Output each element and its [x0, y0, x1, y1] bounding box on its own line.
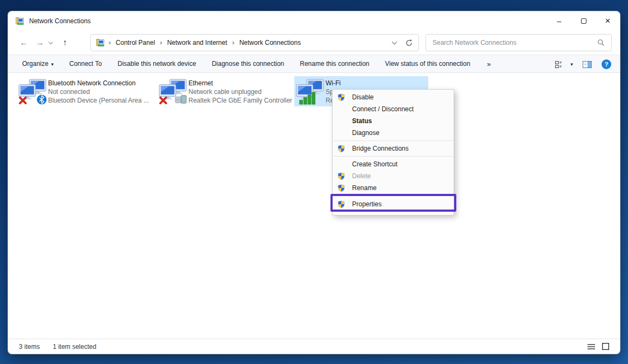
connection-name: Wi-Fi	[326, 79, 341, 87]
preview-pane-icon	[583, 61, 592, 68]
uac-shield-icon	[337, 145, 352, 152]
window-title: Network Connections	[29, 17, 91, 25]
ethernet-connection-icon	[157, 78, 188, 105]
menu-item-diagnose[interactable]: Diagnose	[333, 127, 454, 139]
connections-list-area[interactable]: Bluetooth Network Connection Not connect…	[8, 73, 620, 339]
diagnose-connection-button[interactable]: Diagnose this connection	[212, 60, 284, 68]
toolbar-overflow-button[interactable]: »	[487, 60, 491, 68]
up-icon: ↑	[63, 38, 67, 47]
connection-item-bluetooth[interactable]: Bluetooth Network Connection Not connect…	[17, 76, 154, 106]
title-bar: Network Connections – ×	[8, 11, 620, 31]
change-view-button[interactable]: ▾	[555, 61, 573, 68]
network-connections-window: Network Connections – × ← → ↑ › C	[8, 11, 620, 354]
breadcrumb-chevron-icon: ›	[229, 38, 237, 48]
connection-status: Not connected	[48, 87, 149, 96]
uac-shield-icon	[337, 172, 352, 180]
search-box[interactable]	[426, 34, 612, 51]
menu-item-label: Status	[352, 117, 372, 125]
breadcrumb-chevron-icon: ›	[106, 38, 113, 48]
breadcrumb-network-and-internet[interactable]: Network and Internet	[165, 39, 229, 46]
menu-separator	[334, 140, 453, 141]
help-icon: ?	[605, 61, 609, 68]
list-view-icon	[588, 343, 595, 350]
view-options-icon	[555, 61, 564, 68]
rename-connection-button[interactable]: Rename this connection	[300, 60, 369, 68]
context-menu: Disable Connect / Disconnect Status Diag…	[332, 89, 454, 215]
close-icon: ×	[605, 16, 611, 26]
network-connections-app-icon	[16, 17, 24, 25]
breadcrumb-chevron-icon: ›	[157, 38, 165, 48]
connection-device: Realtek PCIe GbE Family Controller	[188, 96, 292, 105]
menu-item-label: Diagnose	[352, 129, 380, 137]
address-dropdown-chevron-icon[interactable]	[392, 39, 397, 45]
minimize-icon: –	[557, 17, 562, 25]
uac-shield-icon	[337, 93, 352, 101]
close-button[interactable]: ×	[596, 11, 620, 31]
command-toolbar: Organize▾ Connect To Disable this networ…	[8, 55, 620, 73]
menu-item-label: Disable	[352, 93, 374, 101]
back-icon: ←	[19, 38, 28, 47]
disable-device-button[interactable]: Disable this network device	[118, 60, 196, 68]
menu-item-delete: Delete	[333, 170, 454, 182]
menu-item-label: Connect / Disconnect	[352, 105, 414, 113]
search-input[interactable]	[433, 39, 597, 46]
menu-item-label: Create Shortcut	[352, 160, 397, 168]
search-icon[interactable]	[597, 39, 605, 46]
menu-item-label: Delete	[352, 172, 371, 180]
back-button[interactable]: ←	[16, 38, 32, 48]
organize-button[interactable]: Organize▾	[22, 60, 53, 68]
details-view-button[interactable]	[588, 343, 595, 350]
connection-item-ethernet[interactable]: Ethernet Network cable unplugged Realtek…	[157, 76, 292, 106]
connect-to-button[interactable]: Connect To	[69, 60, 102, 68]
menu-separator	[334, 196, 453, 196]
organize-caret-icon: ▾	[51, 62, 54, 67]
connection-name: Ethernet	[188, 79, 292, 87]
maximize-icon	[581, 18, 586, 24]
menu-item-label: Properties	[352, 200, 382, 208]
navigation-bar: ← → ↑ › Control Panel › Network and Inte…	[8, 31, 620, 55]
forward-button[interactable]: →	[32, 38, 48, 48]
uac-shield-icon	[337, 200, 352, 208]
breadcrumb-network-connections[interactable]: Network Connections	[237, 39, 303, 46]
view-caret-icon: ▾	[570, 62, 573, 67]
refresh-icon[interactable]	[405, 39, 413, 47]
status-bar: 3 items 1 item selected	[8, 339, 620, 354]
menu-item-bridge-connections[interactable]: Bridge Connections	[333, 143, 454, 154]
large-icons-view-icon	[602, 343, 609, 350]
menu-item-connect-disconnect[interactable]: Connect / Disconnect	[333, 103, 454, 115]
menu-item-rename[interactable]: Rename	[333, 182, 454, 194]
connection-name: Bluetooth Network Connection	[48, 79, 149, 87]
bluetooth-connection-icon	[17, 78, 48, 105]
uac-shield-icon	[337, 184, 352, 192]
menu-item-label: Rename	[352, 184, 376, 192]
help-button[interactable]: ?	[602, 59, 611, 69]
organize-label: Organize	[22, 60, 49, 68]
location-icon	[96, 38, 105, 47]
minimize-button[interactable]: –	[547, 11, 571, 31]
menu-item-status[interactable]: Status	[333, 115, 454, 127]
menu-item-label: Bridge Connections	[352, 145, 409, 152]
forward-icon: →	[36, 38, 44, 47]
view-status-button[interactable]: View status of this connection	[385, 60, 470, 68]
connection-device: Bluetooth Device (Personal Area ...	[48, 96, 149, 105]
menu-item-disable[interactable]: Disable	[333, 91, 454, 103]
connection-status: Network cable unplugged	[188, 87, 292, 96]
preview-pane-button[interactable]	[583, 61, 592, 68]
up-button[interactable]: ↑	[57, 38, 73, 48]
selection-count: 1 item selected	[53, 343, 97, 350]
menu-item-create-shortcut[interactable]: Create Shortcut	[333, 158, 454, 170]
maximize-button[interactable]	[571, 11, 596, 31]
item-count: 3 items	[19, 343, 40, 350]
recent-pages-chevron-icon[interactable]	[49, 39, 53, 44]
menu-item-properties[interactable]: Properties	[333, 198, 454, 211]
breadcrumb-control-panel[interactable]: Control Panel	[113, 39, 157, 46]
thumbnail-view-button[interactable]	[602, 343, 609, 350]
menu-separator	[334, 156, 453, 157]
address-bar[interactable]: › Control Panel › Network and Internet ›…	[90, 34, 419, 51]
wifi-connection-icon	[294, 78, 326, 105]
